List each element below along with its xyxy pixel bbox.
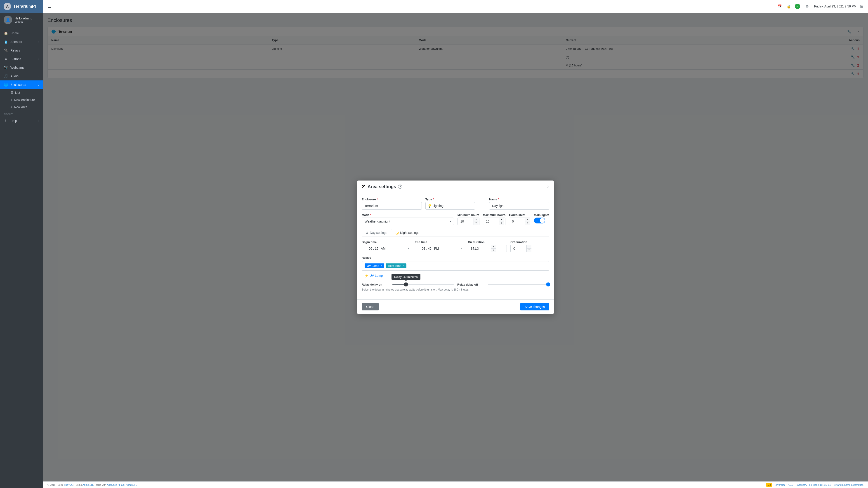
on-duration-down[interactable]: ▼ [491,249,496,252]
modal-body: Enclosure * Type * 💡 [357,193,554,299]
relay-delay-off-slider[interactable] [488,284,549,285]
required-marker: * [433,198,434,201]
min-hours-up[interactable]: ▲ [474,218,478,222]
sidebar-item-list[interactable]: ☰ List [0,89,43,96]
tab-day-settings[interactable]: ⚙ Day settings [362,229,391,236]
hours-shift-down[interactable]: ▼ [525,221,530,225]
chevron-down-icon: ⌄ [37,84,39,86]
form-row-1: Enclosure * Type * 💡 [362,198,549,210]
lightning-icon: ⚡ [364,274,368,278]
yosh-link[interactable]: TheYOSH [64,484,75,486]
on-duration-input[interactable] [468,245,491,252]
sidebar-item-new-area[interactable]: + New area [0,103,43,111]
sidebar-item-home[interactable]: 🏠 Home › [0,29,43,37]
off-duration-down[interactable]: ▼ [527,249,531,252]
help-icon: ℹ [4,119,8,123]
begin-time-clear[interactable]: × [408,247,409,250]
relay-tag-heat-lamp-remove[interactable]: × [403,264,404,267]
on-duration-up[interactable]: ▲ [491,245,496,249]
sidebar-item-help[interactable]: ℹ Help › [0,117,43,125]
off-duration-input[interactable] [510,245,526,252]
max-hours-down[interactable]: ▼ [499,221,504,225]
name-input[interactable] [489,202,549,210]
hours-shift-input[interactable] [509,218,525,225]
sidebar-item-webcams[interactable]: 📷 Webcams › [0,63,43,72]
help-icon[interactable]: ? [398,185,402,189]
min-hours-down[interactable]: ▼ [474,221,478,225]
name-field-group: Name * [489,198,549,210]
modal-footer: Close Save changes [357,299,554,314]
mode-select[interactable]: Weather day/night [362,218,454,225]
main-lights-group: Main lights [534,213,549,225]
calendar-icon[interactable]: 📅 [776,3,783,10]
hamburger-button[interactable]: ☰ [48,4,51,9]
sidebar-item-audio[interactable]: 🎵 Audio › [0,72,43,80]
max-hours-group: Maximum hours ▲ ▼ [483,213,506,225]
webcams-icon: 📷 [4,66,8,70]
relays-icon: 🔌 [4,48,8,53]
chevron-right-icon: › [38,32,39,35]
relays-label: Relays [362,256,549,259]
enclosure-input[interactable] [362,202,422,210]
modal-close-button[interactable]: × [547,185,549,189]
flask-link[interactable]: Flask AdminLTE [119,484,137,486]
chevron-right-icon: › [38,49,39,52]
hours-shift-up[interactable]: ▲ [525,218,530,222]
end-time-input[interactable] [415,245,464,252]
slider-right-thumb[interactable] [546,283,550,287]
save-button[interactable]: Save changes [520,303,549,311]
avatar: 👤 [4,15,12,24]
close-button[interactable]: Close [362,303,379,311]
area-settings-modal: 🗺 Area settings ? × Enclosure * [357,181,554,314]
relay-buttons: ⚡ UV Lamp ⚡ Heat lamp [362,273,549,278]
relays-section: Relays UV Lamp × Heat lamp × [362,256,549,278]
type-input[interactable] [426,202,475,210]
mode-select-wrap: Weather day/night [362,218,454,225]
plus-icon: + [10,105,12,109]
user-logout[interactable]: Logout [14,20,32,23]
max-hours-up[interactable]: ▲ [499,218,504,222]
min-hours-group: Minimum hours ▲ ▼ [458,213,479,225]
chevron-right-icon: › [38,40,39,43]
sidebar-item-enclosures[interactable]: 🌐 Enclosures ⌄ [0,80,43,89]
enclosure-field-group: Enclosure * [362,198,422,210]
max-hours-label: Maximum hours [483,213,506,217]
moon-icon: 🌙 [395,231,399,234]
plus-icon: + [10,98,12,102]
status-indicator: ✓ [795,4,800,9]
brand-logo: A [4,3,11,10]
sidebar-item-buttons[interactable]: ⚙ Buttons › [0,55,43,63]
end-time-label: End time [415,240,464,244]
brand-bar[interactable]: A TerrariumPI [0,0,43,13]
main-lights-toggle[interactable] [534,218,545,223]
sidebar-item-relays[interactable]: 🔌 Relays › [0,46,43,55]
begin-time-input[interactable] [362,245,411,252]
relay-delay-off-label: Relay delay off [457,283,485,286]
relay-delay-on-slider-wrap: Delay: 40 minutes [393,284,454,285]
home-icon: 🏠 [4,31,8,35]
min-hours-input[interactable] [458,218,473,225]
modal-overlay[interactable]: 🗺 Area settings ? × Enclosure * [43,13,868,482]
slider-thumb[interactable]: Delay: 40 minutes [404,283,408,287]
off-duration-label: Off duration [510,240,549,244]
appseed-link[interactable]: AppSeed [107,484,117,486]
max-hours-input[interactable] [483,218,499,225]
chevron-right-icon: › [38,120,39,122]
tab-night-settings[interactable]: 🌙 Night settings [391,229,423,236]
end-time-clear[interactable]: × [461,247,463,250]
sidebar-item-new-enclosure[interactable]: + New enclosure [0,96,43,103]
relay-tag-uv-lamp-remove[interactable]: × [380,264,382,267]
sidebar-item-sensors[interactable]: 💧 Sensors › [0,37,43,46]
settings-icon[interactable]: ⚙ [804,3,811,10]
relay-tag-heat-lamp: Heat lamp × [385,263,406,268]
delay-on-row: Relay delay on Delay: 40 minutes Relay d… [362,283,549,286]
off-duration-up[interactable]: ▲ [527,245,531,249]
relay-delay-on-slider[interactable]: Delay: 40 minutes [393,284,454,285]
brand-name: TerrariumPI [13,4,36,9]
adminlte-link[interactable]: AdminLTE [83,484,94,486]
version-link[interactable]: TerrariumPI 4.0.0 - Raspberry Pi 3 Model… [774,484,864,486]
chevron-right-icon: › [38,75,39,77]
grid-icon[interactable]: ⊞ [860,4,864,9]
enclosure-label: Enclosure * [362,198,422,201]
relay-btn-uv-lamp[interactable]: ⚡ UV Lamp [362,273,385,278]
